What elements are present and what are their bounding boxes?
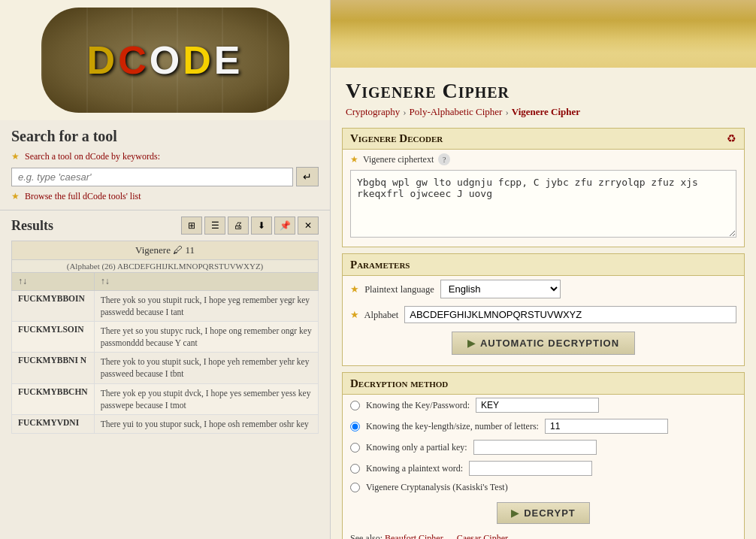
- search-bar: ↵: [11, 167, 319, 186]
- key-cell[interactable]: FUCKMYBBNI N: [12, 353, 95, 383]
- caesar-link[interactable]: Caesar Cipher: [457, 533, 508, 539]
- language-select[interactable]: English French Spanish German Italian: [440, 280, 561, 298]
- col-header-1[interactable]: ↑↓: [12, 273, 95, 291]
- text-cell: There yui to you stupor suck, I hope osh…: [94, 414, 318, 433]
- method-row-keylength: Knowing the key-length/size, number of l…: [343, 416, 744, 437]
- decoder-title-bar: Vigenere Decoder ♻: [343, 129, 744, 150]
- help-icon[interactable]: ?: [438, 153, 450, 165]
- text-cell: There yet so you stupyc ruck, I hope ong…: [94, 322, 318, 353]
- play-icon-decrypt: ▶: [511, 507, 519, 519]
- star-icon-browse: ★: [11, 191, 20, 201]
- beaufort-link[interactable]: Beaufort Cipher: [385, 533, 443, 539]
- table-row: FUCKMYVDNI There yui to you stupor suck,…: [12, 414, 319, 433]
- tb-grid-btn[interactable]: ⊞: [181, 217, 202, 235]
- params-box: Parameters ★ Plaintext language English …: [342, 253, 745, 366]
- radio-plaintext[interactable]: [350, 464, 360, 474]
- method-input-key[interactable]: [476, 398, 599, 413]
- key-cell[interactable]: FUCKMYVDNI: [12, 414, 95, 433]
- breadcrumb-vigenere: Vigenere Cipher: [512, 106, 580, 118]
- logo-text: DCODE: [87, 38, 243, 83]
- language-label: ★ Plaintext language: [350, 283, 434, 295]
- language-row: ★ Plaintext language English French Span…: [343, 276, 744, 302]
- method-label-key: Knowing the Key/Password:: [366, 400, 470, 411]
- search-section: Search for a tool ★ Search a tool on dCo…: [0, 120, 330, 210]
- text-cell: There yok to you stupit suck, I hope yeh…: [94, 353, 318, 383]
- radio-keylength[interactable]: [350, 422, 360, 432]
- method-row-key: Knowing the Key/Password:: [343, 395, 744, 416]
- breadcrumb-poly[interactable]: Poly-Alphabetic Cipher: [410, 106, 503, 118]
- see-also: See also: Beaufort Cipher — Caesar Ciphe…: [343, 530, 744, 539]
- decrypt-button[interactable]: ▶ DECRYPT: [497, 502, 590, 524]
- method-input-partial[interactable]: [473, 440, 597, 455]
- tb-download-btn[interactable]: ⬇: [251, 217, 272, 235]
- ciphertext-textarea[interactable]: [350, 170, 736, 238]
- tb-pin-btn[interactable]: 📌: [274, 217, 295, 235]
- browse-link[interactable]: ★ Browse the full dCode tools' list: [11, 191, 319, 202]
- radio-partial[interactable]: [350, 443, 360, 453]
- method-title: Decryption method: [350, 377, 448, 389]
- search-title: Search for a tool: [11, 128, 319, 145]
- results-section: Results ⊞ ☰ 🖨 ⬇ 📌 ✕ Vigenere 🖊 11 (Alpha…: [0, 210, 330, 539]
- method-label-plaintext: Knowing a plaintext word:: [366, 463, 463, 474]
- method-title-bar: Decryption method: [343, 373, 744, 395]
- method-input-plaintext[interactable]: [469, 461, 592, 476]
- play-icon: ▶: [467, 338, 476, 349]
- right-panel: Vigenere Cipher Cryptography › Poly-Alph…: [331, 0, 756, 539]
- radio-key[interactable]: [350, 401, 360, 410]
- method-row-kasiski: Vigenere Cryptanalysis (Kasiski's Test): [343, 479, 744, 496]
- key-cell[interactable]: FUCKMYBBCHN: [12, 383, 95, 414]
- alphabet-label: ★ Alphabet: [350, 309, 398, 321]
- method-row-plaintext: Knowing a plaintext word:: [343, 458, 744, 479]
- title-area: Vigenere Cipher Cryptography › Poly-Alph…: [331, 68, 756, 122]
- method-label-partial: Knowing only a partial key:: [366, 442, 467, 453]
- left-panel: DCODE Search for a tool ★ Search a tool …: [0, 0, 331, 539]
- ciphertext-label: Vigenere ciphertext: [363, 154, 434, 165]
- key-cell[interactable]: FUCKMYLSOIN: [12, 322, 95, 353]
- page-title: Vigenere Cipher: [346, 79, 741, 103]
- tb-list-btn[interactable]: ☰: [204, 217, 225, 235]
- results-table: Vigenere 🖊 11 (Alphabet (26) ABCDEFGHIJK…: [11, 241, 319, 434]
- alphabet-input[interactable]: [404, 306, 736, 323]
- parchment-header: [331, 0, 756, 68]
- auto-decrypt-button[interactable]: ▶ AUTOMATIC DECRYPTION: [452, 332, 635, 355]
- key-cell[interactable]: FUCKMYBBOIN: [12, 291, 95, 322]
- text-cell: There yok so you stupit ruck, I hope yeg…: [94, 291, 318, 322]
- alphabet-row: ★ Alphabet: [343, 302, 744, 327]
- method-box: Decryption method Knowing the Key/Passwo…: [342, 372, 745, 539]
- col-header-2[interactable]: ↑↓: [94, 273, 318, 291]
- method-label-kasiski: Vigenere Cryptanalysis (Kasiski's Test): [366, 482, 508, 493]
- star-icon: ★: [11, 151, 20, 162]
- params-title: Parameters: [350, 259, 410, 271]
- table-row: FUCKMYBBNI N There yok to you stupit suc…: [12, 353, 319, 383]
- results-title: Results: [11, 218, 53, 234]
- table-row: FUCKMYLSOIN There yet so you stupyc ruck…: [12, 322, 319, 353]
- breadcrumb-cryptography[interactable]: Cryptography: [346, 106, 400, 118]
- results-header: Results ⊞ ☰ 🖨 ⬇ 📌 ✕: [11, 217, 319, 235]
- method-input-keylength[interactable]: [545, 419, 668, 434]
- star-icon-cipher: ★: [350, 154, 358, 165]
- decoder-box: Vigenere Decoder ♻ ★ Vigenere ciphertext…: [342, 128, 745, 247]
- decoder-title: Vigenere Decoder: [350, 132, 443, 145]
- params-title-bar: Parameters: [343, 254, 744, 276]
- tb-close-btn[interactable]: ✕: [298, 217, 319, 235]
- radio-kasiski[interactable]: [350, 483, 360, 492]
- tb-print-btn[interactable]: 🖨: [228, 217, 249, 235]
- search-submit-button[interactable]: ↵: [296, 167, 319, 186]
- method-row-partial: Knowing only a partial key:: [343, 437, 744, 458]
- method-label-keylength: Knowing the key-length/size, number of l…: [366, 421, 539, 432]
- ciphertext-label-row: ★ Vigenere ciphertext ?: [343, 150, 744, 168]
- table-row: FUCKMYBBCHN There yok ep you stupit dvck…: [12, 383, 319, 414]
- text-cell: There yok ep you stupit dvck, I hope yes…: [94, 383, 318, 414]
- recycle-icon: ♻: [727, 132, 736, 145]
- table-row: FUCKMYBBOIN There yok so you stupit ruck…: [12, 291, 319, 322]
- search-hint: ★ Search a tool on dCode by keywords:: [11, 151, 319, 162]
- results-toolbar: ⊞ ☰ 🖨 ⬇ 📌 ✕: [181, 217, 319, 235]
- breadcrumb: Cryptography › Poly-Alphabetic Cipher › …: [346, 106, 741, 118]
- dcode-logo: DCODE: [41, 8, 289, 113]
- vigenere-header: Vigenere 🖊 11: [12, 241, 319, 260]
- logo-area: DCODE: [0, 0, 330, 120]
- alphabet-header: (Alphabet (26) ABCDEFGHIJKLMNOPQRSTUVWXY…: [12, 260, 319, 273]
- search-input[interactable]: [11, 168, 293, 186]
